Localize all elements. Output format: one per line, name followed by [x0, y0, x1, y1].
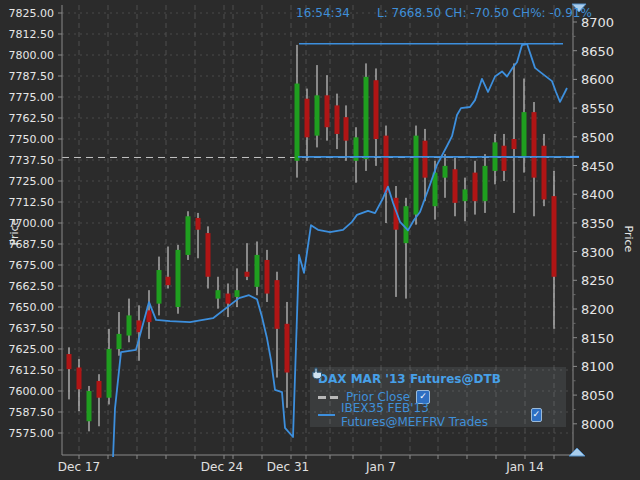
- y-axis-label-left: 7675.00: [0, 259, 54, 272]
- y-axis-label-left: 7637.50: [0, 322, 54, 335]
- y-axis-label-left: 7587.50: [0, 406, 54, 419]
- candlestick: [404, 198, 409, 299]
- candlestick: [176, 245, 181, 314]
- y-axis-label-right: 8600: [581, 72, 614, 87]
- y-axis-label-left: 7625.00: [0, 343, 54, 356]
- y-axis-label-right: 8050: [581, 388, 614, 403]
- y-axis-label-left: 7687.50: [0, 238, 54, 251]
- candlestick: [147, 290, 152, 339]
- prior-close-line-sample: [318, 396, 340, 399]
- legend-dax-label[interactable]: DAX MAR '13 Futures@DTB: [318, 372, 501, 386]
- candlestick: [157, 257, 162, 316]
- y-axis-label-left: 7612.50: [0, 364, 54, 377]
- x-axis-label: Jan 14: [506, 460, 544, 474]
- candlestick: [374, 68, 379, 165]
- candlestick: [245, 243, 250, 280]
- ibex-checkbox[interactable]: [531, 408, 542, 422]
- candlestick: [127, 299, 132, 343]
- right-axis-title: Price: [622, 226, 635, 266]
- x-axis-label: Jan 7: [366, 460, 396, 474]
- candlestick: [87, 386, 92, 431]
- y-axis-label-right: 8550: [581, 101, 614, 116]
- y-axis-label-left: 7662.50: [0, 280, 54, 293]
- candlestick: [414, 126, 419, 225]
- candlestick: [186, 211, 191, 260]
- y-axis-label-right: 8400: [581, 187, 614, 202]
- candlestick: [226, 283, 231, 317]
- candlestick: [285, 302, 290, 408]
- candlestick: [67, 347, 72, 399]
- legend-row-ibex: IBEX35 FEB'13 Futures@MEFFRV Trades: [318, 406, 558, 424]
- candlestick: [354, 127, 359, 182]
- y-axis-label-left: 7725.00: [0, 175, 54, 188]
- x-axis-label: Dec 17: [58, 460, 100, 474]
- y-axis-label-left: 7575.00: [0, 427, 54, 440]
- candlestick: [384, 126, 389, 223]
- y-axis-label-left: 7750.00: [0, 133, 54, 146]
- y-axis-label-right: 8250: [581, 273, 614, 288]
- y-axis-label-left: 7600.00: [0, 385, 54, 398]
- candlestick: [305, 89, 310, 161]
- y-axis-label-right: 8700: [581, 15, 614, 30]
- candlestick: [206, 226, 211, 288]
- candlestick: [552, 171, 557, 329]
- legend-panel: DAX MAR '13 Futures@DTB Prior Close IBEX…: [310, 367, 566, 427]
- quote-time: 16:54:34: [296, 6, 350, 20]
- y-axis-label-right: 8500: [581, 130, 614, 145]
- candlestick: [423, 129, 428, 201]
- y-axis-label-left: 7762.50: [0, 112, 54, 125]
- x-axis-label: Dec 31: [267, 460, 309, 474]
- x-axis-label: Dec 24: [201, 460, 243, 474]
- candlestick: [522, 79, 527, 173]
- candlestick: [542, 134, 547, 206]
- candlestick: [394, 186, 399, 297]
- candlestick: [493, 134, 498, 184]
- candlestick: [107, 329, 112, 405]
- y-axis-label-left: 7712.50: [0, 196, 54, 209]
- y-axis-label-left: 7700.00: [0, 217, 54, 230]
- candlestick: [512, 63, 517, 213]
- candlestick: [344, 105, 349, 160]
- candlestick: [315, 65, 320, 147]
- y-axis-label-right: 8650: [581, 44, 614, 59]
- candlestick: [325, 75, 330, 141]
- y-axis-label-right: 8300: [581, 245, 614, 260]
- y-axis-label-right: 8100: [581, 359, 614, 374]
- candlestick: [473, 161, 478, 215]
- ibex-line-sample: [318, 414, 335, 416]
- candlestick: [483, 154, 488, 213]
- candlestick: [97, 374, 102, 426]
- drag-hand-icon[interactable]: [548, 409, 558, 422]
- y-axis-label-left: 7650.00: [0, 301, 54, 314]
- candlestick: [265, 250, 270, 302]
- y-axis-label-left: 7825.00: [0, 7, 54, 20]
- chart-window: 16:54:34 L: 7668.50 CH: -70.50 CH%: -0.9…: [0, 0, 640, 480]
- y-axis-label-right: 8000: [581, 417, 614, 432]
- quote-info: L: 7668.50 CH: -70.50 CH%: -0.91%: [377, 6, 592, 20]
- y-axis-label-left: 7800.00: [0, 49, 54, 62]
- candlestick: [443, 154, 448, 198]
- candlestick: [364, 63, 369, 171]
- legend-ibex-label[interactable]: IBEX35 FEB'13 Futures@MEFFRV Trades: [341, 401, 525, 429]
- y-axis-label-right: 8200: [581, 302, 614, 317]
- y-axis-label-right: 8150: [581, 331, 614, 346]
- y-axis-label-left: 7775.00: [0, 91, 54, 104]
- y-axis-label-right: 8450: [581, 159, 614, 174]
- scroll-up-arrow[interactable]: [569, 448, 585, 456]
- y-axis-label-left: 7787.50: [0, 70, 54, 83]
- candlestick: [453, 157, 458, 216]
- candlestick: [255, 241, 260, 295]
- candlestick: [275, 272, 280, 378]
- candlestick: [77, 359, 82, 411]
- candlestick: [216, 277, 221, 309]
- y-axis-label-left: 7737.50: [0, 154, 54, 167]
- y-axis-label-left: 7812.50: [0, 28, 54, 41]
- y-axis-label-right: 8350: [581, 216, 614, 231]
- candlestick: [196, 213, 201, 258]
- legend-row-dax: DAX MAR '13 Futures@DTB: [318, 370, 558, 388]
- candlestick: [532, 102, 537, 216]
- candlestick: [295, 45, 300, 178]
- candlestick: [335, 94, 340, 149]
- drag-hand-icon[interactable]: [507, 373, 520, 386]
